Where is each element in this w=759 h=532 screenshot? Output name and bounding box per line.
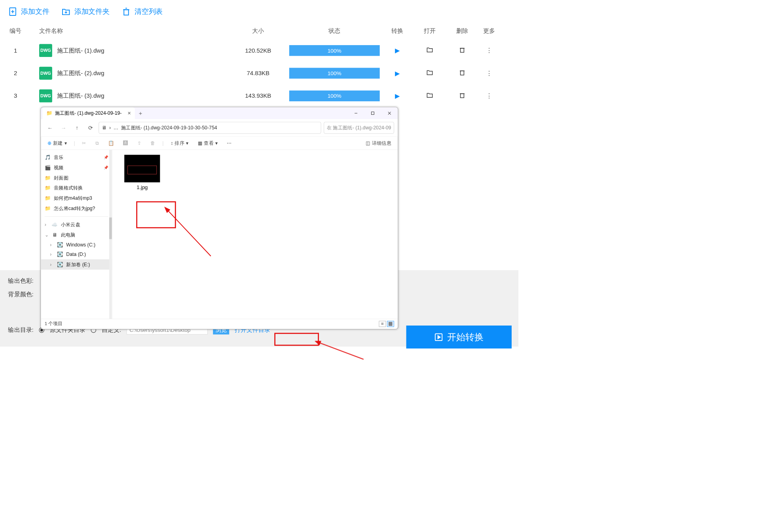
rename-button[interactable]: 🅰	[121, 139, 130, 147]
open-button[interactable]	[415, 92, 444, 100]
folder-open-icon	[426, 46, 433, 53]
maximize-button[interactable]	[364, 107, 381, 119]
clear-list-label: 清空列表	[135, 7, 163, 16]
open-button[interactable]	[415, 69, 444, 78]
play-outline-icon	[434, 332, 443, 341]
chevron-right-icon: ›	[50, 252, 54, 257]
chevron-right-icon: ›	[50, 242, 54, 248]
pin-icon: 📌	[104, 155, 108, 159]
sidebar-item-thispc[interactable]: ⌄🖥此电脑	[41, 230, 112, 240]
convert-button[interactable]: ▶	[380, 92, 415, 100]
dots-vertical-icon: ⋮	[486, 47, 492, 54]
convert-button[interactable]: ▶	[380, 70, 415, 77]
table-header-row: 编号 文件名称 大小 状态 转换 打开 删除 更多	[0, 23, 518, 39]
nav-up-button[interactable]: ↑	[72, 123, 82, 133]
delete-button[interactable]	[445, 46, 480, 55]
grid-view-icon[interactable]: ▦	[387, 321, 394, 327]
sidebar-item-label: Windows (C:)	[66, 242, 95, 248]
progress-bar: 100%	[289, 45, 380, 56]
close-window-button[interactable]	[381, 107, 398, 119]
copy-button[interactable]: ⧉	[93, 139, 101, 147]
share-button[interactable]: ⇪	[135, 139, 143, 147]
paste-button[interactable]: 📋	[106, 139, 116, 147]
explorer-tab[interactable]: 📁 施工图纸- (1).dwg-2024-09-19- ✕	[42, 107, 135, 119]
file-thumbnail[interactable]: 1.jpg	[124, 155, 160, 190]
sidebar-item-drive-e[interactable]: ›💽新加卷 (E:)	[41, 259, 112, 270]
details-button[interactable]: ◫详细信息	[364, 139, 394, 148]
cell-name: DWG施工图纸- (1).dwg	[31, 44, 227, 57]
delete-button[interactable]	[445, 69, 480, 78]
clear-list-button[interactable]: 清空列表	[121, 7, 163, 16]
chevron-down-icon: ⌄	[45, 232, 49, 238]
nav-refresh-button[interactable]: ⟳	[85, 123, 96, 133]
explorer-tab-title: 施工图纸- (1).dwg-2024-09-19-	[55, 110, 122, 116]
address-bar[interactable]: 🖥› … 施工图纸- (1).dwg-2024-09-19-10-30-50-7…	[99, 122, 321, 134]
th-status: 状态	[289, 27, 380, 35]
start-convert-button[interactable]: 开始转换	[406, 326, 512, 348]
dots-vertical-icon: ⋮	[486, 92, 492, 99]
minimize-button[interactable]	[347, 107, 364, 119]
sidebar-item-drive-d[interactable]: ›💽Data (D:)	[41, 250, 112, 259]
more-button[interactable]: ⋮	[480, 92, 499, 100]
add-folder-button[interactable]: 添加文件夹	[61, 7, 110, 16]
new-tab-button[interactable]: ＋	[135, 110, 146, 117]
music-icon: 🎵	[45, 154, 51, 160]
progress-bar: 100%	[289, 68, 380, 78]
cut-button[interactable]: ✂	[80, 139, 88, 147]
sidebar-item-audiofmt[interactable]: 📁音频格式转换	[41, 183, 112, 193]
nav-forward-button[interactable]: →	[58, 123, 69, 133]
search-input[interactable]: 在 施工图纸- (1).dwg-2024-09	[324, 122, 394, 134]
tab-close-icon[interactable]: ✕	[127, 111, 131, 116]
sort-button[interactable]: ↕排序▾	[169, 139, 191, 148]
nav-back-button[interactable]: ←	[45, 123, 55, 133]
output-dir-label: 输出目录:	[8, 326, 33, 334]
cell-status: 100%	[289, 68, 380, 78]
sidebar-item-label: 小米云盘	[61, 221, 80, 227]
more-tools-button[interactable]: ⋯	[225, 139, 234, 147]
breadcrumb-text: 施工图纸- (1).dwg-2024-09-19-10-30-50-754	[121, 125, 217, 131]
convert-button[interactable]: ▶	[380, 47, 415, 54]
folder-icon: 📁	[45, 185, 51, 191]
plus-circle-icon: ⊕	[47, 140, 51, 146]
chevron-down-icon: ▾	[65, 140, 67, 146]
add-file-button[interactable]: 添加文件	[8, 7, 49, 16]
play-icon: ▶	[395, 92, 400, 99]
sidebar-item-drive-c[interactable]: ›💽Windows (C:)	[41, 240, 112, 250]
cell-status: 100%	[289, 45, 380, 56]
trash-row-icon	[459, 46, 466, 53]
sidebar-item-m4a[interactable]: 📁如何把m4a转mp3	[41, 193, 112, 203]
sidebar-item-music[interactable]: 🎵音乐📌	[41, 152, 112, 163]
new-label: 新建	[53, 140, 63, 146]
pc-icon: 🖥	[51, 232, 57, 237]
table-row: 3 DWG施工图纸- (3).dwg 143.93KB 100% ▶ ⋮	[0, 85, 518, 107]
explorer-content[interactable]: 1.jpg	[112, 150, 398, 319]
explorer-statusbar: 1 个项目 ≡ ▦	[41, 319, 398, 329]
trash-button[interactable]: 🗑	[148, 139, 157, 147]
sidebar-scroll-thumb[interactable]	[109, 218, 112, 239]
delete-button[interactable]	[445, 92, 480, 100]
clipboard-icon: 📋	[108, 140, 114, 146]
new-button[interactable]: ⊕新建▾	[45, 139, 69, 148]
table-row: 2 DWG施工图纸- (2).dwg 74.83KB 100% ▶ ⋮	[0, 62, 518, 84]
svg-rect-12	[460, 94, 464, 98]
folder-icon: 📁	[45, 195, 51, 201]
sidebar-item-cover[interactable]: 📁封面图	[41, 172, 112, 183]
view-button[interactable]: ▦查看▾	[195, 139, 220, 148]
more-button[interactable]: ⋮	[480, 47, 499, 54]
svg-rect-8	[460, 48, 464, 52]
add-folder-label: 添加文件夹	[74, 7, 110, 16]
cell-num: 2	[0, 70, 31, 77]
sidebar-item-cadjpg[interactable]: 📁怎么将cad转为jpg?	[41, 203, 112, 214]
explorer-toolbar: ⊕新建▾ | ✂ ⧉ 📋 🅰 ⇪ 🗑 | ↕排序▾ ▦查看▾ ⋯ ◫详细信息	[41, 137, 398, 150]
sidebar-item-label: Data (D:)	[66, 252, 86, 257]
list-view-icon[interactable]: ≡	[379, 321, 386, 327]
th-convert: 转换	[380, 27, 415, 35]
details-label: 详细信息	[372, 140, 391, 146]
sidebar-item-video[interactable]: 🎬视频📌	[41, 162, 112, 172]
folder-icon: 📁	[45, 206, 51, 212]
sidebar-item-xiaomi[interactable]: ›☁️小米云盘	[41, 220, 112, 230]
folder-icon: 📁	[46, 110, 52, 116]
more-button[interactable]: ⋮	[480, 70, 499, 77]
add-file-label: 添加文件	[21, 7, 49, 16]
open-button[interactable]	[415, 46, 444, 55]
